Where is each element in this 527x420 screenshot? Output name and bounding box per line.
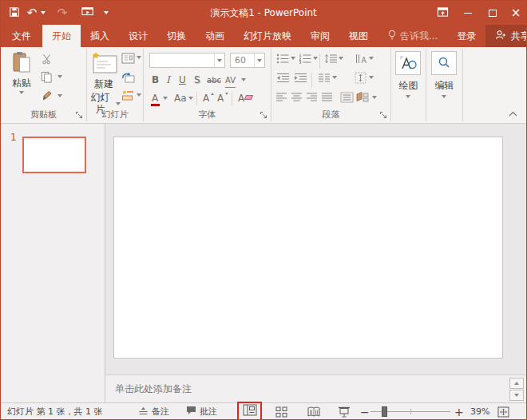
justify-button[interactable] bbox=[321, 93, 333, 105]
cut-button[interactable] bbox=[41, 53, 53, 67]
collapse-ribbon-button[interactable] bbox=[509, 108, 517, 119]
justify-icon bbox=[321, 93, 333, 102]
next-slide-button[interactable] bbox=[509, 390, 524, 401]
minimize-button[interactable] bbox=[456, 1, 480, 25]
ribbon-display-options-button[interactable] bbox=[430, 1, 454, 25]
editing-button[interactable] bbox=[431, 51, 457, 75]
copy-dropdown[interactable] bbox=[57, 75, 62, 78]
align-right-button[interactable] bbox=[306, 93, 318, 105]
tab-review[interactable]: 审阅 bbox=[301, 25, 339, 47]
tell-me-box[interactable]: 告诉我... bbox=[378, 25, 447, 47]
shrink-font-button[interactable]: A bbox=[217, 92, 224, 105]
convert-smartart-button[interactable] bbox=[356, 92, 370, 105]
drawing-button[interactable] bbox=[395, 51, 421, 75]
tab-home[interactable]: 开始 bbox=[42, 25, 81, 47]
slide-editing-area[interactable] bbox=[113, 137, 503, 359]
text-direction-icon bbox=[355, 53, 367, 64]
font-size-dropdown[interactable] bbox=[254, 53, 264, 67]
align-left-button[interactable] bbox=[275, 93, 287, 105]
zoom-level[interactable]: 39% bbox=[470, 403, 489, 420]
reading-view-button[interactable] bbox=[307, 403, 320, 420]
align-center-button[interactable] bbox=[291, 93, 303, 105]
underline-button[interactable]: U bbox=[179, 73, 186, 86]
strikethrough-button[interactable]: abc bbox=[207, 74, 221, 87]
font-size-combobox[interactable]: 60 bbox=[230, 53, 265, 68]
layout-dropdown[interactable] bbox=[137, 56, 141, 59]
character-spacing-dropdown[interactable] bbox=[241, 78, 246, 81]
section-dropdown[interactable] bbox=[137, 93, 141, 97]
chevron-down-icon bbox=[514, 394, 519, 397]
previous-slide-button[interactable] bbox=[509, 378, 524, 389]
text-direction-dropdown[interactable] bbox=[369, 57, 374, 60]
columns-dropdown[interactable] bbox=[332, 76, 337, 79]
undo-dropdown[interactable] bbox=[39, 1, 47, 25]
align-text-button[interactable] bbox=[355, 72, 367, 86]
layout-button[interactable] bbox=[121, 53, 135, 66]
close-button[interactable]: × bbox=[504, 1, 527, 25]
reset-slide-button[interactable] bbox=[121, 71, 135, 85]
bold-button[interactable]: B bbox=[152, 73, 159, 86]
font-color-button[interactable]: A bbox=[152, 92, 158, 105]
copy-button[interactable] bbox=[41, 71, 53, 85]
normal-view-button[interactable] bbox=[243, 404, 257, 418]
clear-formatting-button[interactable]: A bbox=[238, 92, 244, 105]
format-painter-dropdown[interactable] bbox=[57, 94, 62, 97]
section-button[interactable] bbox=[121, 89, 134, 103]
decrease-indent-button[interactable] bbox=[276, 73, 289, 85]
redo-button[interactable]: ↷ bbox=[55, 1, 69, 25]
quick-access-dropdown[interactable] bbox=[101, 1, 111, 25]
increase-indent-button[interactable] bbox=[294, 73, 307, 85]
share-button[interactable]: 共享 bbox=[485, 25, 527, 47]
clipboard-dialog-launcher[interactable] bbox=[75, 111, 84, 120]
undo-button[interactable]: ↶ bbox=[25, 1, 39, 25]
editing-dropdown[interactable] bbox=[442, 95, 446, 98]
notes-pane[interactable]: 单击此处添加备注 bbox=[105, 374, 526, 402]
font-name-combobox[interactable] bbox=[149, 53, 225, 68]
zoom-out-button[interactable]: − bbox=[360, 403, 370, 420]
columns-button[interactable] bbox=[318, 73, 331, 85]
bullets-button[interactable] bbox=[276, 53, 289, 66]
start-slideshow-button[interactable] bbox=[79, 1, 97, 25]
sign-in-button[interactable]: 登录 bbox=[447, 25, 485, 47]
font-name-dropdown[interactable] bbox=[214, 53, 224, 67]
slide-thumbnail[interactable] bbox=[22, 137, 86, 173]
character-spacing-button[interactable]: AV bbox=[225, 74, 236, 88]
numbering-button[interactable] bbox=[299, 53, 311, 66]
change-case-button[interactable]: Aa bbox=[174, 92, 187, 105]
comments-toggle-button[interactable]: 批注 bbox=[186, 403, 217, 420]
line-spacing-dropdown[interactable] bbox=[339, 57, 343, 60]
tab-insert[interactable]: 插入 bbox=[81, 25, 119, 47]
notes-toggle-button[interactable]: 备注 bbox=[138, 403, 169, 420]
font-color-dropdown[interactable] bbox=[163, 97, 168, 100]
save-button[interactable] bbox=[6, 1, 23, 25]
tab-animations[interactable]: 动画 bbox=[196, 25, 234, 47]
grow-font-button[interactable]: A bbox=[203, 92, 209, 105]
smartart-dropdown[interactable] bbox=[372, 96, 377, 99]
tab-file[interactable]: 文件 bbox=[1, 25, 42, 47]
tab-design[interactable]: 设计 bbox=[119, 25, 157, 47]
slide-sorter-view-button[interactable] bbox=[275, 403, 287, 420]
numbering-dropdown[interactable] bbox=[313, 57, 318, 60]
fit-to-window-button[interactable] bbox=[497, 403, 509, 420]
bullets-dropdown[interactable] bbox=[291, 57, 295, 60]
text-direction-button[interactable] bbox=[355, 53, 367, 66]
drawing-dropdown[interactable] bbox=[406, 95, 410, 98]
zoom-slider-thumb[interactable] bbox=[382, 406, 387, 417]
line-spacing-button[interactable] bbox=[324, 53, 337, 66]
text-shadow-button[interactable]: S bbox=[194, 73, 200, 86]
align-text-dropdown[interactable] bbox=[369, 76, 374, 79]
maximize-button[interactable] bbox=[481, 1, 505, 25]
tab-view[interactable]: 视图 bbox=[339, 25, 378, 47]
tab-transitions[interactable]: 切换 bbox=[157, 25, 196, 47]
paragraph-dialog-launcher[interactable] bbox=[379, 111, 388, 120]
distribute-button[interactable] bbox=[340, 92, 354, 105]
change-case-dropdown[interactable] bbox=[188, 97, 193, 100]
new-slide-button[interactable]: 新建 幻灯片 bbox=[87, 51, 121, 116]
format-painter-button[interactable] bbox=[41, 90, 53, 104]
tab-slideshow[interactable]: 幻灯片放映 bbox=[234, 25, 301, 47]
italic-button[interactable]: I bbox=[166, 73, 170, 86]
paste-button[interactable]: 粘贴 bbox=[7, 51, 36, 94]
slideshow-view-button[interactable] bbox=[338, 403, 351, 420]
zoom-in-button[interactable]: + bbox=[454, 403, 464, 420]
font-dialog-launcher[interactable] bbox=[260, 111, 268, 120]
